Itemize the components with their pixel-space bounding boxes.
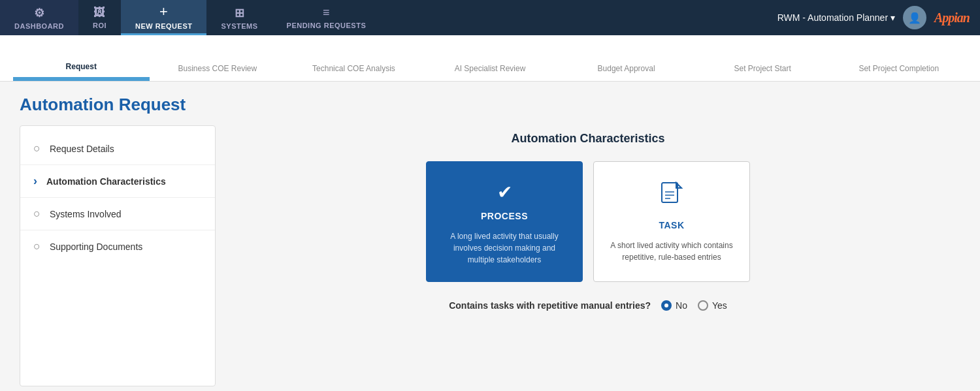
content-area: Automation Characteristics ✔ PROCESS A l… (216, 125, 960, 386)
task-doc-icon (661, 181, 683, 211)
bottom-bar: GO BACK CONTINUE (0, 386, 980, 391)
circle-icon-2: ○ (33, 207, 41, 221)
radio-question: Contains tasks with repetitive manual en… (449, 300, 727, 311)
chevron-icon: › (33, 174, 37, 188)
checkmark-icon: ✔ (497, 181, 512, 203)
nav-new-request[interactable]: + NEW REQUEST (121, 0, 206, 35)
progress-bar: Request Business COE Review Technical CO… (0, 35, 980, 82)
card-task-label: TASK (659, 220, 684, 230)
dashboard-icon: ⚙ (34, 6, 45, 20)
new-request-icon: + (159, 3, 168, 20)
svg-rect-0 (662, 183, 678, 202)
circle-icon-3: ○ (33, 240, 41, 253)
sidebar-item-request-details[interactable]: ○ Request Details (20, 133, 215, 164)
card-task-desc: A short lived activity which contains re… (607, 240, 736, 263)
step-ai-specialist[interactable]: AI Specialist Review (422, 64, 559, 81)
card-process[interactable]: ✔ PROCESS A long lived activity that usu… (426, 161, 583, 282)
pending-icon: ≡ (323, 6, 330, 20)
sidebar-item-supporting-documents[interactable]: ○ Supporting Documents (20, 230, 215, 262)
nav-roi[interactable]: 🖼 ROI (78, 0, 121, 35)
main-content: ○ Request Details › Automation Character… (0, 125, 980, 386)
appian-logo: Appian (934, 10, 970, 25)
roi-icon: 🖼 (93, 6, 106, 20)
radio-dot-yes (698, 300, 708, 311)
section-title: Automation Characteristics (511, 132, 664, 146)
card-process-label: PROCESS (481, 211, 528, 221)
nav-dashboard[interactable]: ⚙ DASHBOARD (0, 0, 78, 35)
step-request[interactable]: Request (13, 62, 150, 81)
radio-yes[interactable]: Yes (698, 300, 727, 311)
nav-pending-requests[interactable]: ≡ PENDING REQUESTS (272, 0, 381, 35)
step-project-completion[interactable]: Set Project Completion (830, 64, 967, 81)
card-task[interactable]: TASK A short lived activity which contai… (593, 161, 750, 282)
circle-icon-1: ○ (33, 142, 41, 155)
sidebar-item-automation-characteristics[interactable]: › Automation Characteristics (20, 165, 215, 197)
step-budget-approval[interactable]: Budget Approval (558, 64, 694, 81)
radio-question-label: Contains tasks with repetitive manual en… (449, 300, 651, 311)
radio-no-label: No (676, 300, 687, 311)
radio-no[interactable]: No (661, 300, 687, 311)
radio-dot-no (661, 300, 672, 311)
page-title: Automation Request (0, 82, 980, 125)
top-navigation: ⚙ DASHBOARD 🖼 ROI + NEW REQUEST ⊞ SYSTEM… (0, 0, 980, 35)
nav-right: RWM - Automation Planner ▾ 👤 Appian (777, 6, 980, 29)
card-process-desc: A long lived activity that usually invol… (440, 230, 569, 266)
nav-systems[interactable]: ⊞ SYSTEMS (206, 0, 272, 35)
step-project-start[interactable]: Set Project Start (694, 64, 831, 81)
avatar[interactable]: 👤 (903, 6, 926, 29)
sidebar: ○ Request Details › Automation Character… (20, 125, 216, 386)
app-name[interactable]: RWM - Automation Planner ▾ (777, 12, 895, 23)
radio-yes-label: Yes (712, 300, 727, 311)
step-technical-coe[interactable]: Technical COE Analysis (286, 64, 422, 81)
sidebar-item-systems-involved[interactable]: ○ Systems Involved (20, 198, 215, 230)
step-business-coe[interactable]: Business COE Review (150, 64, 286, 81)
cards-row: ✔ PROCESS A long lived activity that usu… (426, 161, 750, 282)
progress-steps: Request Business COE Review Technical CO… (13, 35, 967, 81)
systems-icon: ⊞ (235, 6, 245, 20)
